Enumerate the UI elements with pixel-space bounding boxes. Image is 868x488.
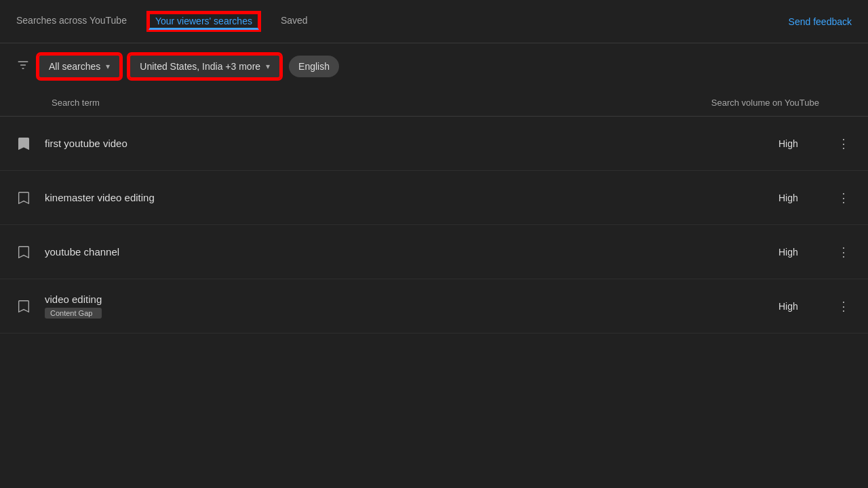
table-header: Search term Search volume on YouTube — [0, 89, 868, 117]
search-term-text: kinemaster video editing — [45, 192, 155, 203]
bookmark-outline-icon[interactable] — [16, 245, 31, 260]
tab-viewers-searches[interactable]: Your viewers' searches — [149, 13, 259, 30]
col-volume-header: Search volume on YouTube — [711, 98, 852, 108]
content-gap-badge: Content Gap — [45, 308, 102, 319]
more-options-icon[interactable]: ⋮ — [835, 136, 852, 151]
search-term-text: first youtube video — [45, 138, 127, 149]
search-term-text: video editing — [45, 293, 102, 305]
chevron-down-icon: ▾ — [266, 62, 270, 71]
volume-value: High — [778, 192, 819, 203]
volume-value: High — [778, 138, 819, 149]
chevron-down-icon: ▾ — [106, 62, 110, 71]
more-options-icon[interactable]: ⋮ — [835, 245, 852, 260]
filter-bar: All searches ▾ United States, India +3 m… — [0, 43, 868, 89]
all-searches-dropdown[interactable]: All searches ▾ — [38, 54, 121, 79]
search-term-text: youtube channel — [45, 246, 119, 258]
table-row: kinemaster video editing High ⋮ — [0, 171, 868, 225]
bookmark-filled-icon[interactable] — [16, 136, 31, 151]
location-dropdown[interactable]: United States, India +3 more ▾ — [129, 54, 281, 79]
language-chip[interactable]: English — [289, 56, 339, 77]
more-options-icon[interactable]: ⋮ — [835, 190, 852, 205]
nav-tabs: Searches across YouTube Your viewers' se… — [16, 0, 308, 43]
filter-icon[interactable] — [16, 58, 30, 75]
col-search-term-header: Search term — [16, 98, 100, 108]
table-row: video editing Content Gap High ⋮ — [0, 279, 868, 333]
top-navigation: Searches across YouTube Your viewers' se… — [0, 0, 868, 43]
tab-saved[interactable]: Saved — [281, 0, 308, 43]
volume-value: High — [778, 247, 819, 258]
send-feedback-link[interactable]: Send feedback — [789, 16, 852, 27]
tab-searches-across-youtube[interactable]: Searches across YouTube — [16, 0, 127, 43]
bookmark-outline-icon[interactable] — [16, 299, 31, 314]
bookmark-outline-icon[interactable] — [16, 190, 31, 205]
table-body: first youtube video High ⋮ kinemaster vi… — [0, 117, 868, 333]
volume-value: High — [778, 301, 819, 312]
table-row: youtube channel High ⋮ — [0, 225, 868, 279]
table-row: first youtube video High ⋮ — [0, 117, 868, 171]
more-options-icon[interactable]: ⋮ — [835, 299, 852, 314]
